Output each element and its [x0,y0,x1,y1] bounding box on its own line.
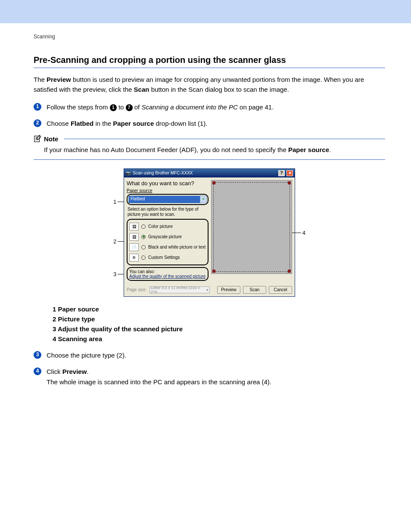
option-custom-label: Custom Settings [148,255,180,260]
figure-inner: 1 2 3 4 📷 Scan using Brother MFC-XXXX ? … [124,168,295,297]
paper-source-group: Flatbed ▼ [127,194,209,205]
option-color[interactable]: 🖼 Color picture [128,221,207,232]
dropdown-arrow-icon: ▾ [206,288,209,292]
option-bw[interactable]: 📄 Black and white picture or text [128,242,207,252]
callout-line-2 [118,241,124,242]
text: of [133,103,142,111]
bold: Flatbed [71,120,93,127]
step-1: 1 Follow the steps from 1 to 7 of Scanni… [34,102,385,112]
cancel-button[interactable]: Cancel [269,286,292,294]
option-custom[interactable]: ⚙ Custom Settings [128,252,207,263]
preview-area[interactable] [211,180,292,274]
intro-text: The [34,76,47,83]
note-body: If your machine has no Auto Document Fee… [34,143,385,159]
figure: 1 2 3 4 📷 Scan using Brother MFC-XXXX ? … [34,168,385,297]
selection-box[interactable] [213,182,290,272]
intro-text: button in the Scan dialog box to scan th… [149,86,289,93]
radio-custom[interactable] [141,255,146,260]
dialog-left-pane: What do you want to scan? Paper source F… [127,180,209,281]
scan-button[interactable]: Scan [243,286,266,294]
note-block: Note If your machine has no Auto Documen… [34,135,385,160]
page-size-dropdown[interactable]: Letter 8.5 x 11 inches (216 x 279…▾ [149,286,210,293]
text: Choose [47,120,71,127]
paper-source-label: Paper source [127,188,209,193]
dialog-footer: Page size: Letter 8.5 x 11 inches (216 x… [124,283,295,296]
legend-3: 3 Adjust the quality of the scanned pict… [53,325,385,333]
intro-paragraph: The Preview button is used to preview an… [34,75,385,94]
intro-bold-preview: Preview [47,76,71,83]
text: on page 41. [238,103,274,111]
option-bw-label: Black and white picture or text [148,245,206,249]
note-end-rule [34,159,385,160]
step-3: 3 Choose the picture type (2). [34,350,385,361]
page-content: Scanning 2 Pre-Scanning and cropping a p… [0,23,411,402]
xref-title: Scanning a document into the PC [141,103,237,111]
step-bullet-3: 3 [34,351,41,359]
bold: Preview [62,368,87,375]
color-picture-icon: 🖼 [129,223,139,230]
step-3-body: Choose the picture type (2). [47,350,126,361]
paper-source-value: Flatbed [129,196,200,203]
paper-source-dropdown[interactable]: Flatbed ▼ [128,196,207,203]
figure-legend: 1 Paper source 2 Picture type 3 Adjust t… [53,305,385,342]
legend-1: 1 Paper source [53,305,385,313]
callout-2: 2 [113,238,116,245]
header-bar [0,0,411,23]
dialog-body: What do you want to scan? Paper source F… [124,177,295,283]
note-header: Note [34,135,385,143]
also-group: You can also: Adjust the quality of the … [127,267,209,281]
text: Follow the steps from [47,103,110,111]
section-heading: Pre-Scanning and cropping a portion usin… [34,55,385,68]
radio-color[interactable] [141,224,146,229]
step-4-body: Click Preview. The whole image is scanne… [47,367,271,387]
step-4: 4 Click Preview. The whole image is scan… [34,367,385,387]
note-rule [64,139,385,139]
resize-handle-br[interactable] [288,270,291,273]
custom-settings-icon: ⚙ [129,254,139,261]
page-size-label: Page size: [127,287,147,292]
picture-type-label: Select an option below for the type of p… [128,207,209,217]
step-1-body: Follow the steps from 1 to 7 of Scanning… [47,102,274,112]
close-button[interactable]: ✕ [286,170,293,176]
scan-dialog: 📷 Scan using Brother MFC-XXXX ? ✕ What d… [124,168,295,297]
text: in the [93,120,113,127]
scan-question: What do you want to scan? [127,180,209,187]
bold: Paper source [113,120,154,127]
note-icon [34,135,41,143]
note-label: Note [44,135,58,143]
step-2-body: Choose Flatbed in the Paper source drop-… [47,118,208,129]
legend-4: 4 Scanning area [53,335,385,342]
step-bullet-4: 4 [34,367,41,375]
bold: Paper source [288,146,329,153]
text: If your machine has no Auto Document Fee… [44,146,288,153]
resize-handle-tr[interactable] [288,181,291,184]
option-color-label: Color picture [148,224,173,229]
page-size-value: Letter 8.5 x 11 inches (216 x 279… [151,286,206,294]
ref-bullet-7: 7 [126,104,133,111]
dialog-icon: 📷 [126,171,131,175]
resize-handle-bl[interactable] [212,270,215,273]
resize-handle-tl[interactable] [212,181,215,184]
step-bullet-2: 2 [34,119,41,127]
step-bullet-1: 1 [34,103,41,111]
help-button[interactable]: ? [278,170,285,176]
callout-4: 4 [302,230,305,236]
preview-button[interactable]: Preview [217,286,240,294]
text: . [87,368,88,375]
picture-type-group: 🖼 Color picture 🖼 Grayscale picture 📄 [127,219,209,265]
option-grayscale-label: Grayscale picture [148,234,182,239]
option-grayscale[interactable]: 🖼 Grayscale picture [128,232,207,242]
radio-bw[interactable] [141,245,146,249]
callout-1: 1 [113,199,116,205]
text: . [329,146,331,153]
callout-line-3 [118,274,124,274]
dialog-title: Scan using Brother MFC-XXXX [133,171,277,175]
legend-2: 2 Picture type [53,315,385,323]
radio-grayscale[interactable] [141,235,146,239]
also-label: You can also: [129,269,206,274]
intro-bold-scan: Scan [134,86,149,93]
breadcrumb: Scanning [34,34,385,40]
adjust-quality-link[interactable]: Adjust the quality of the scanned pictur… [129,274,206,279]
dropdown-arrow-icon[interactable]: ▼ [200,196,206,203]
text: The whole image is scanned into the PC a… [47,378,271,386]
